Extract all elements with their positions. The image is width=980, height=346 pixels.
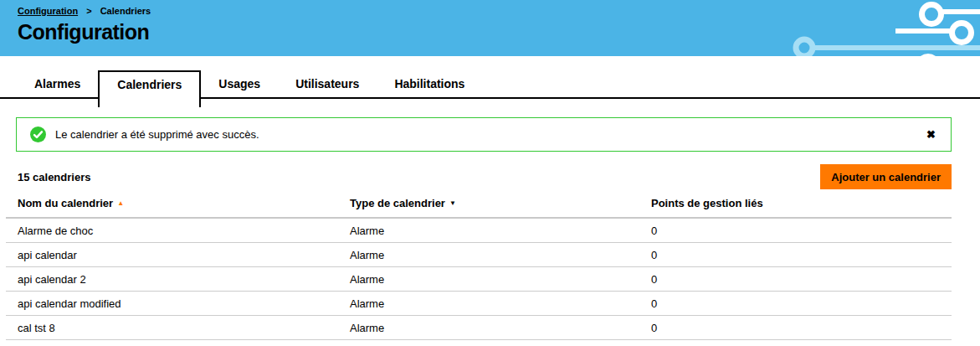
cell-calendar-type: Alarme — [338, 267, 639, 292]
sort-asc-icon: ▲ — [117, 199, 124, 207]
table-row[interactable]: Calendar exemple Alarme 1 — [6, 340, 952, 346]
cell-linked-points: 0 — [639, 316, 952, 340]
cell-linked-points: 0 — [639, 243, 952, 267]
circuit-decoration-graphic — [778, 0, 980, 56]
cell-linked-points: 0 — [639, 218, 952, 243]
calendar-table: Nom du calendrier▲ Type de calendrier▼ P… — [6, 189, 952, 346]
toolbar: 15 calendriers Ajouter un calendrier — [18, 164, 952, 189]
cell-calendar-type: Alarme — [338, 316, 639, 340]
column-label-points: Points de gestion liés — [651, 197, 763, 209]
column-label-name: Nom du calendrier — [18, 197, 113, 209]
cell-calendar-name: api calendar 2 — [6, 267, 338, 292]
add-calendar-button[interactable]: Ajouter un calendrier — [820, 164, 952, 189]
tab-alarmes[interactable]: Alarmes — [17, 70, 98, 97]
cell-calendar-name: Calendar exemple — [6, 340, 338, 346]
cell-calendar-type: Alarme — [338, 340, 639, 346]
tab-calendriers[interactable]: Calendriers — [98, 70, 201, 107]
table-row[interactable]: Alarme de choc Alarme 0 — [6, 218, 952, 243]
cell-linked-points: 0 — [639, 292, 952, 316]
sort-desc-icon: ▼ — [449, 199, 456, 207]
success-alert: Le calendrier a été supprimé avec succès… — [16, 117, 952, 152]
cell-calendar-type: Alarme — [338, 243, 639, 267]
alert-close-button[interactable]: ✖ — [926, 129, 936, 140]
table-row[interactable]: api calendar 2 Alarme 0 — [6, 267, 952, 292]
column-header-points[interactable]: Points de gestion liés — [639, 189, 952, 218]
cell-calendar-name: cal tst 8 — [6, 316, 338, 340]
cell-calendar-name: Alarme de choc — [6, 218, 338, 243]
page-header: Configuration > Calendriers Configuratio… — [0, 0, 980, 56]
calendar-count: 15 calendriers — [18, 171, 90, 183]
column-label-type: Type de calendrier — [350, 197, 445, 209]
table-row[interactable]: api calendar Alarme 0 — [6, 243, 952, 267]
table-header-row: Nom du calendrier▲ Type de calendrier▼ P… — [6, 189, 952, 218]
breadcrumb-link-configuration[interactable]: Configuration — [18, 6, 78, 16]
page-title: Configuration — [18, 20, 149, 44]
cell-calendar-name: api calendar modified — [6, 292, 338, 316]
column-header-type[interactable]: Type de calendrier▼ — [338, 189, 639, 218]
cell-linked-points: 1 — [639, 340, 952, 346]
breadcrumb: Configuration > Calendriers — [18, 6, 151, 16]
tab-usages[interactable]: Usages — [201, 70, 278, 97]
cell-calendar-name: api calendar — [6, 243, 338, 267]
page: Configuration > Calendriers Configuratio… — [0, 0, 980, 346]
column-header-name[interactable]: Nom du calendrier▲ — [6, 189, 338, 218]
alert-message: Le calendrier a été supprimé avec succès… — [55, 128, 259, 141]
table-row[interactable]: api calendar modified Alarme 0 — [6, 292, 952, 316]
tab-habilitations[interactable]: Habilitations — [377, 70, 482, 97]
success-check-icon — [30, 127, 46, 142]
breadcrumb-separator-icon: > — [86, 6, 91, 16]
cell-calendar-type: Alarme — [338, 292, 639, 316]
cell-linked-points: 0 — [639, 267, 952, 292]
close-icon: ✖ — [926, 128, 936, 141]
tab-utilisateurs[interactable]: Utilisateurs — [278, 70, 377, 97]
breadcrumb-current: Calendriers — [100, 6, 151, 16]
cell-calendar-type: Alarme — [338, 218, 639, 243]
tab-bar: Alarmes Calendriers Usages Utilisateurs … — [0, 70, 980, 99]
table-row[interactable]: cal tst 8 Alarme 0 — [6, 316, 952, 340]
